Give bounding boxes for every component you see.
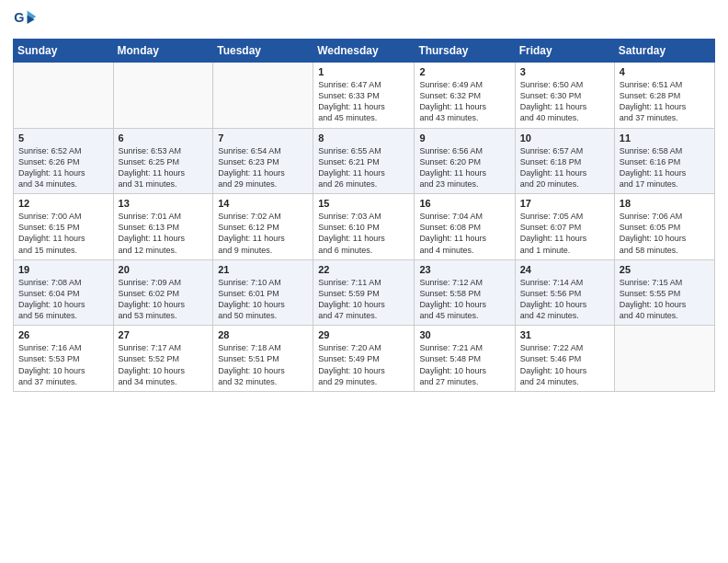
day-info: Sunrise: 7:06 AMSunset: 6:05 PMDaylight:… (620, 211, 710, 256)
calendar-table: SundayMondayTuesdayWednesdayThursdayFrid… (13, 39, 715, 392)
day-number: 31 (520, 329, 609, 340)
day-number: 20 (119, 264, 209, 275)
calendar-cell: 28Sunrise: 7:18 AMSunset: 5:51 PMDayligh… (213, 326, 313, 392)
calendar-header-friday: Friday (515, 40, 614, 63)
day-info: Sunrise: 7:20 AMSunset: 5:49 PMDaylight:… (318, 342, 409, 387)
day-info: Sunrise: 6:49 AMSunset: 6:32 PMDaylight:… (419, 79, 509, 124)
calendar-header-monday: Monday (113, 40, 213, 63)
page: G SundayMondayTuesdayWednesdayThursdayFr… (0, 0, 728, 563)
calendar-cell: 24Sunrise: 7:14 AMSunset: 5:56 PMDayligh… (515, 259, 614, 326)
svg-text:G: G (14, 10, 24, 25)
day-info: Sunrise: 7:05 AMSunset: 6:07 PMDaylight:… (520, 211, 609, 256)
calendar-cell: 21Sunrise: 7:10 AMSunset: 6:01 PMDayligh… (213, 259, 313, 326)
calendar-cell (614, 326, 714, 392)
calendar-cell: 25Sunrise: 7:15 AMSunset: 5:55 PMDayligh… (614, 259, 714, 326)
calendar-cell: 3Sunrise: 6:50 AMSunset: 6:30 PMDaylight… (515, 63, 614, 129)
day-info: Sunrise: 7:21 AMSunset: 5:48 PMDaylight:… (419, 342, 509, 387)
calendar-cell: 5Sunrise: 6:52 AMSunset: 6:26 PMDaylight… (14, 128, 114, 194)
day-info: Sunrise: 7:01 AMSunset: 6:13 PMDaylight:… (119, 211, 209, 256)
day-number: 4 (620, 66, 710, 77)
day-info: Sunrise: 6:55 AMSunset: 6:21 PMDaylight:… (318, 145, 409, 190)
calendar-cell: 1Sunrise: 6:47 AMSunset: 6:33 PMDaylight… (313, 63, 415, 129)
day-info: Sunrise: 7:17 AMSunset: 5:52 PMDaylight:… (119, 342, 209, 387)
calendar-cell: 31Sunrise: 7:22 AMSunset: 5:46 PMDayligh… (515, 326, 614, 392)
day-info: Sunrise: 7:15 AMSunset: 5:55 PMDaylight:… (620, 277, 710, 322)
day-info: Sunrise: 7:16 AMSunset: 5:53 PMDaylight:… (18, 342, 108, 387)
calendar-week-row: 26Sunrise: 7:16 AMSunset: 5:53 PMDayligh… (14, 326, 715, 392)
day-info: Sunrise: 7:18 AMSunset: 5:51 PMDaylight:… (218, 342, 308, 387)
calendar-week-row: 19Sunrise: 7:08 AMSunset: 6:04 PMDayligh… (14, 259, 715, 326)
day-number: 30 (419, 329, 509, 340)
day-number: 17 (520, 198, 609, 209)
day-number: 7 (218, 132, 308, 144)
calendar-header-row: SundayMondayTuesdayWednesdayThursdayFrid… (14, 40, 715, 63)
day-info: Sunrise: 7:00 AMSunset: 6:15 PMDaylight:… (18, 211, 108, 256)
day-info: Sunrise: 7:08 AMSunset: 6:04 PMDaylight:… (18, 277, 108, 322)
logo: G (13, 9, 42, 31)
calendar-cell: 23Sunrise: 7:12 AMSunset: 5:58 PMDayligh… (415, 259, 515, 326)
day-info: Sunrise: 6:58 AMSunset: 6:16 PMDaylight:… (620, 145, 710, 190)
calendar-cell (14, 63, 114, 129)
day-info: Sunrise: 7:04 AMSunset: 6:08 PMDaylight:… (419, 211, 509, 256)
calendar-cell: 10Sunrise: 6:57 AMSunset: 6:18 PMDayligh… (515, 128, 614, 194)
calendar-cell: 9Sunrise: 6:56 AMSunset: 6:20 PMDaylight… (415, 128, 515, 194)
calendar-cell: 27Sunrise: 7:17 AMSunset: 5:52 PMDayligh… (113, 326, 213, 392)
day-info: Sunrise: 7:09 AMSunset: 6:02 PMDaylight:… (119, 277, 209, 322)
calendar-cell: 20Sunrise: 7:09 AMSunset: 6:02 PMDayligh… (113, 259, 213, 326)
calendar-cell: 4Sunrise: 6:51 AMSunset: 6:28 PMDaylight… (614, 63, 714, 129)
calendar-cell: 15Sunrise: 7:03 AMSunset: 6:10 PMDayligh… (313, 194, 415, 260)
calendar-week-row: 5Sunrise: 6:52 AMSunset: 6:26 PMDaylight… (14, 128, 715, 194)
calendar-header-tuesday: Tuesday (213, 40, 313, 63)
day-number: 21 (218, 264, 308, 275)
day-number: 14 (218, 198, 308, 209)
calendar-cell: 22Sunrise: 7:11 AMSunset: 5:59 PMDayligh… (313, 259, 415, 326)
day-number: 16 (419, 198, 509, 209)
calendar-cell (113, 63, 213, 129)
calendar-cell: 14Sunrise: 7:02 AMSunset: 6:12 PMDayligh… (213, 194, 313, 260)
day-info: Sunrise: 6:56 AMSunset: 6:20 PMDaylight:… (419, 145, 509, 190)
calendar-cell: 19Sunrise: 7:08 AMSunset: 6:04 PMDayligh… (14, 259, 114, 326)
day-number: 28 (218, 329, 308, 340)
day-info: Sunrise: 7:12 AMSunset: 5:58 PMDaylight:… (419, 277, 509, 322)
day-info: Sunrise: 6:53 AMSunset: 6:25 PMDaylight:… (119, 145, 209, 190)
calendar-cell: 8Sunrise: 6:55 AMSunset: 6:21 PMDaylight… (313, 128, 415, 194)
day-number: 22 (318, 264, 409, 275)
calendar-cell: 26Sunrise: 7:16 AMSunset: 5:53 PMDayligh… (14, 326, 114, 392)
calendar-cell: 18Sunrise: 7:06 AMSunset: 6:05 PMDayligh… (614, 194, 714, 260)
calendar-cell: 30Sunrise: 7:21 AMSunset: 5:48 PMDayligh… (415, 326, 515, 392)
day-number: 19 (18, 264, 108, 275)
day-number: 3 (520, 66, 609, 77)
day-number: 18 (620, 198, 710, 209)
day-number: 29 (318, 329, 409, 340)
calendar-cell: 16Sunrise: 7:04 AMSunset: 6:08 PMDayligh… (415, 194, 515, 260)
day-number: 10 (520, 132, 609, 144)
day-info: Sunrise: 6:54 AMSunset: 6:23 PMDaylight:… (218, 145, 308, 190)
day-number: 23 (419, 264, 509, 275)
day-info: Sunrise: 7:14 AMSunset: 5:56 PMDaylight:… (520, 277, 609, 322)
calendar-header-thursday: Thursday (415, 40, 515, 63)
day-number: 8 (318, 132, 409, 144)
day-number: 24 (520, 264, 609, 275)
day-number: 9 (419, 132, 509, 144)
day-info: Sunrise: 6:47 AMSunset: 6:33 PMDaylight:… (318, 79, 409, 124)
day-info: Sunrise: 6:57 AMSunset: 6:18 PMDaylight:… (520, 145, 609, 190)
day-info: Sunrise: 6:51 AMSunset: 6:28 PMDaylight:… (620, 79, 710, 124)
day-info: Sunrise: 7:10 AMSunset: 6:01 PMDaylight:… (218, 277, 308, 322)
day-number: 5 (18, 132, 108, 144)
day-number: 6 (119, 132, 209, 144)
calendar-week-row: 12Sunrise: 7:00 AMSunset: 6:15 PMDayligh… (14, 194, 715, 260)
calendar-week-row: 1Sunrise: 6:47 AMSunset: 6:33 PMDaylight… (14, 63, 715, 129)
day-number: 2 (419, 66, 509, 77)
day-number: 15 (318, 198, 409, 209)
day-info: Sunrise: 7:02 AMSunset: 6:12 PMDaylight:… (218, 211, 308, 256)
calendar-cell: 11Sunrise: 6:58 AMSunset: 6:16 PMDayligh… (614, 128, 714, 194)
day-number: 1 (318, 66, 409, 77)
day-number: 27 (119, 329, 209, 340)
day-number: 13 (119, 198, 209, 209)
day-number: 12 (18, 198, 108, 209)
day-info: Sunrise: 6:52 AMSunset: 6:26 PMDaylight:… (18, 145, 108, 190)
calendar-header-sunday: Sunday (14, 40, 114, 63)
calendar-cell: 29Sunrise: 7:20 AMSunset: 5:49 PMDayligh… (313, 326, 415, 392)
day-info: Sunrise: 7:22 AMSunset: 5:46 PMDaylight:… (520, 342, 609, 387)
day-info: Sunrise: 7:11 AMSunset: 5:59 PMDaylight:… (318, 277, 409, 322)
